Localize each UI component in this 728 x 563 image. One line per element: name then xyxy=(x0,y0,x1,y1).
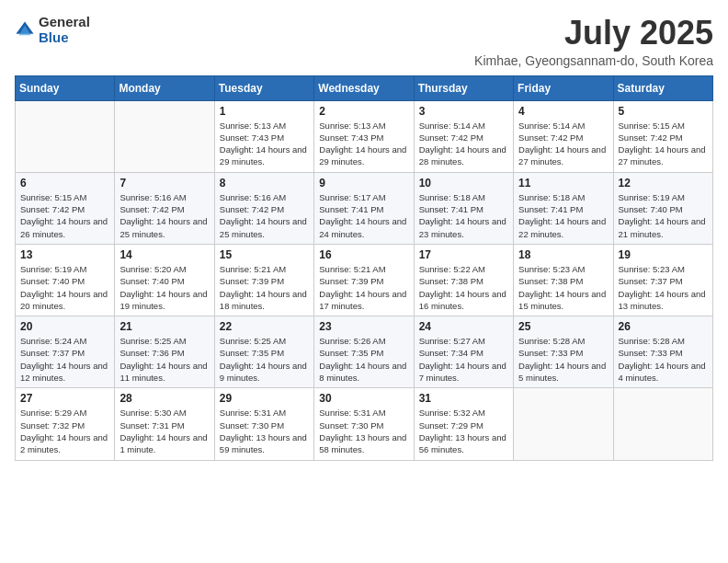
title-area: July 2025 Kimhae, Gyeongsannam-do, South… xyxy=(474,15,713,68)
day-detail: Sunrise: 5:13 AM Sunset: 7:43 PM Dayligh… xyxy=(220,120,309,168)
calendar-day-cell: 1Sunrise: 5:13 AM Sunset: 7:43 PM Daylig… xyxy=(214,100,313,172)
day-detail: Sunrise: 5:26 AM Sunset: 7:35 PM Dayligh… xyxy=(319,335,408,384)
calendar-week-row: 20Sunrise: 5:24 AM Sunset: 7:37 PM Dayli… xyxy=(16,316,713,388)
calendar-week-row: 27Sunrise: 5:29 AM Sunset: 7:32 PM Dayli… xyxy=(16,388,713,460)
logo-icon xyxy=(15,20,35,40)
day-number: 15 xyxy=(220,248,309,261)
day-number: 27 xyxy=(20,392,109,405)
calendar-day-cell: 5Sunrise: 5:15 AM Sunset: 7:42 PM Daylig… xyxy=(613,100,712,172)
calendar-day-cell: 30Sunrise: 5:31 AM Sunset: 7:30 PM Dayli… xyxy=(314,388,414,460)
day-detail: Sunrise: 5:30 AM Sunset: 7:31 PM Dayligh… xyxy=(119,407,209,455)
calendar-day-cell: 12Sunrise: 5:19 AM Sunset: 7:40 PM Dayli… xyxy=(613,172,712,244)
day-number: 8 xyxy=(220,177,309,190)
day-number: 3 xyxy=(419,105,508,118)
weekday-header-cell: Tuesday xyxy=(214,75,313,100)
day-detail: Sunrise: 5:31 AM Sunset: 7:30 PM Dayligh… xyxy=(319,407,408,455)
day-number: 20 xyxy=(20,320,109,333)
calendar-day-cell: 28Sunrise: 5:30 AM Sunset: 7:31 PM Dayli… xyxy=(115,388,214,460)
day-detail: Sunrise: 5:20 AM Sunset: 7:40 PM Dayligh… xyxy=(119,263,209,312)
calendar-day-cell: 17Sunrise: 5:22 AM Sunset: 7:38 PM Dayli… xyxy=(414,244,513,316)
day-number: 17 xyxy=(419,248,508,261)
calendar-week-row: 13Sunrise: 5:19 AM Sunset: 7:40 PM Dayli… xyxy=(16,244,713,316)
day-number: 2 xyxy=(319,105,408,118)
day-number: 26 xyxy=(619,320,708,333)
calendar-day-cell: 18Sunrise: 5:23 AM Sunset: 7:38 PM Dayli… xyxy=(514,244,613,316)
day-number: 18 xyxy=(518,248,608,261)
calendar-day-cell: 7Sunrise: 5:16 AM Sunset: 7:42 PM Daylig… xyxy=(115,172,214,244)
calendar-day-cell: 24Sunrise: 5:27 AM Sunset: 7:34 PM Dayli… xyxy=(414,316,513,388)
calendar-table: SundayMondayTuesdayWednesdayThursdayFrid… xyxy=(15,75,713,461)
day-detail: Sunrise: 5:19 AM Sunset: 7:40 PM Dayligh… xyxy=(20,263,109,312)
weekday-header-cell: Friday xyxy=(514,75,613,100)
weekday-header-cell: Wednesday xyxy=(314,75,414,100)
calendar-day-cell: 6Sunrise: 5:15 AM Sunset: 7:42 PM Daylig… xyxy=(16,172,115,244)
calendar-day-cell: 26Sunrise: 5:28 AM Sunset: 7:33 PM Dayli… xyxy=(613,316,712,388)
calendar-day-cell: 3Sunrise: 5:14 AM Sunset: 7:42 PM Daylig… xyxy=(414,100,513,172)
calendar-week-row: 1Sunrise: 5:13 AM Sunset: 7:43 PM Daylig… xyxy=(16,100,713,172)
day-detail: Sunrise: 5:17 AM Sunset: 7:41 PM Dayligh… xyxy=(319,191,408,240)
weekday-header-cell: Monday xyxy=(115,75,214,100)
day-detail: Sunrise: 5:25 AM Sunset: 7:36 PM Dayligh… xyxy=(119,335,209,384)
logo-blue-text: Blue xyxy=(39,30,90,46)
day-number: 24 xyxy=(419,320,508,333)
day-detail: Sunrise: 5:27 AM Sunset: 7:34 PM Dayligh… xyxy=(419,335,508,384)
day-number: 9 xyxy=(319,177,408,190)
day-number: 14 xyxy=(119,248,209,261)
day-detail: Sunrise: 5:28 AM Sunset: 7:33 PM Dayligh… xyxy=(619,335,708,384)
calendar-day-cell: 20Sunrise: 5:24 AM Sunset: 7:37 PM Dayli… xyxy=(16,316,115,388)
day-detail: Sunrise: 5:23 AM Sunset: 7:37 PM Dayligh… xyxy=(619,263,708,312)
calendar-day-cell: 14Sunrise: 5:20 AM Sunset: 7:40 PM Dayli… xyxy=(115,244,214,316)
day-detail: Sunrise: 5:13 AM Sunset: 7:43 PM Dayligh… xyxy=(319,120,408,168)
day-number: 7 xyxy=(119,177,209,190)
day-number: 12 xyxy=(619,177,708,190)
day-detail: Sunrise: 5:25 AM Sunset: 7:35 PM Dayligh… xyxy=(220,335,309,384)
calendar-week-row: 6Sunrise: 5:15 AM Sunset: 7:42 PM Daylig… xyxy=(16,172,713,244)
day-detail: Sunrise: 5:15 AM Sunset: 7:42 PM Dayligh… xyxy=(20,191,109,240)
logo: General Blue xyxy=(15,15,90,45)
calendar-day-cell xyxy=(514,388,613,460)
calendar-day-cell: 25Sunrise: 5:28 AM Sunset: 7:33 PM Dayli… xyxy=(514,316,613,388)
calendar-day-cell: 13Sunrise: 5:19 AM Sunset: 7:40 PM Dayli… xyxy=(16,244,115,316)
day-detail: Sunrise: 5:22 AM Sunset: 7:38 PM Dayligh… xyxy=(419,263,508,312)
day-detail: Sunrise: 5:24 AM Sunset: 7:37 PM Dayligh… xyxy=(20,335,109,384)
calendar-day-cell: 21Sunrise: 5:25 AM Sunset: 7:36 PM Dayli… xyxy=(115,316,214,388)
day-number: 11 xyxy=(518,177,608,190)
calendar-day-cell: 10Sunrise: 5:18 AM Sunset: 7:41 PM Dayli… xyxy=(414,172,513,244)
calendar-day-cell: 15Sunrise: 5:21 AM Sunset: 7:39 PM Dayli… xyxy=(214,244,313,316)
day-number: 13 xyxy=(20,248,109,261)
calendar-title: July 2025 xyxy=(474,15,713,52)
day-detail: Sunrise: 5:23 AM Sunset: 7:38 PM Dayligh… xyxy=(518,263,608,312)
day-detail: Sunrise: 5:28 AM Sunset: 7:33 PM Dayligh… xyxy=(518,335,608,384)
calendar-day-cell: 19Sunrise: 5:23 AM Sunset: 7:37 PM Dayli… xyxy=(613,244,712,316)
day-number: 30 xyxy=(319,392,408,405)
calendar-day-cell: 11Sunrise: 5:18 AM Sunset: 7:41 PM Dayli… xyxy=(514,172,613,244)
weekday-header-cell: Saturday xyxy=(613,75,712,100)
day-number: 31 xyxy=(419,392,508,405)
weekday-header-cell: Thursday xyxy=(414,75,513,100)
calendar-day-cell: 23Sunrise: 5:26 AM Sunset: 7:35 PM Dayli… xyxy=(314,316,414,388)
day-detail: Sunrise: 5:16 AM Sunset: 7:42 PM Dayligh… xyxy=(119,191,209,240)
day-detail: Sunrise: 5:15 AM Sunset: 7:42 PM Dayligh… xyxy=(619,120,708,168)
calendar-day-cell: 9Sunrise: 5:17 AM Sunset: 7:41 PM Daylig… xyxy=(314,172,414,244)
calendar-day-cell: 2Sunrise: 5:13 AM Sunset: 7:43 PM Daylig… xyxy=(314,100,414,172)
calendar-day-cell: 8Sunrise: 5:16 AM Sunset: 7:42 PM Daylig… xyxy=(214,172,313,244)
day-number: 6 xyxy=(20,177,109,190)
day-number: 19 xyxy=(619,248,708,261)
day-number: 25 xyxy=(518,320,608,333)
calendar-body: 1Sunrise: 5:13 AM Sunset: 7:43 PM Daylig… xyxy=(16,100,713,460)
calendar-day-cell: 31Sunrise: 5:32 AM Sunset: 7:29 PM Dayli… xyxy=(414,388,513,460)
day-number: 29 xyxy=(220,392,309,405)
day-number: 21 xyxy=(119,320,209,333)
calendar-day-cell xyxy=(115,100,214,172)
day-detail: Sunrise: 5:14 AM Sunset: 7:42 PM Dayligh… xyxy=(419,120,508,168)
day-number: 28 xyxy=(119,392,209,405)
day-detail: Sunrise: 5:14 AM Sunset: 7:42 PM Dayligh… xyxy=(518,120,608,168)
weekday-header-row: SundayMondayTuesdayWednesdayThursdayFrid… xyxy=(16,75,713,100)
day-detail: Sunrise: 5:31 AM Sunset: 7:30 PM Dayligh… xyxy=(220,407,309,455)
calendar-day-cell xyxy=(16,100,115,172)
calendar-day-cell xyxy=(613,388,712,460)
calendar-day-cell: 16Sunrise: 5:21 AM Sunset: 7:39 PM Dayli… xyxy=(314,244,414,316)
calendar-day-cell: 22Sunrise: 5:25 AM Sunset: 7:35 PM Dayli… xyxy=(214,316,313,388)
day-number: 5 xyxy=(619,105,708,118)
day-detail: Sunrise: 5:21 AM Sunset: 7:39 PM Dayligh… xyxy=(319,263,408,312)
